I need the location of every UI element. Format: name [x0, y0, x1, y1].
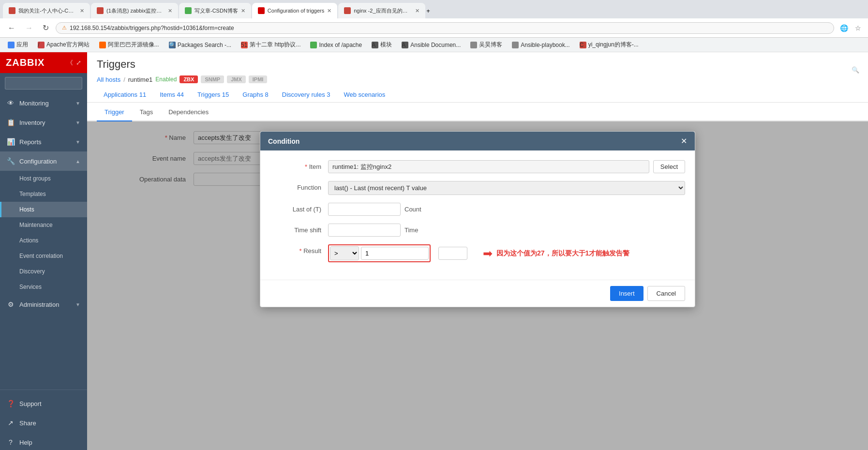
item-input[interactable] [328, 160, 649, 173]
browser-tab-1[interactable]: 我的关注-个人中心-CSDN ✕ [3, 3, 90, 18]
time-shift-input-row: Time [328, 224, 418, 237]
last-of-label: Last of (T) [270, 203, 328, 213]
result-extra-input[interactable] [438, 247, 467, 260]
bookmark-csdn2[interactable]: C yi_qingjun的博客-... [577, 40, 642, 50]
tab-label-2: (1条消息) zabbix监控流程_yi_qi... [106, 7, 165, 15]
nav-tab-items[interactable]: Items 44 [153, 87, 191, 102]
bookmark-module[interactable]: A 模块 [369, 40, 395, 50]
last-of-input[interactable] [328, 203, 401, 216]
tab-close-4[interactable]: ✕ [327, 8, 331, 14]
select-button[interactable]: Select [653, 160, 685, 173]
sidebar-item-configuration[interactable]: 🔧 Configuration ▲ [0, 151, 87, 171]
monitoring-label: Monitoring [19, 100, 71, 107]
tab-close-3[interactable]: ✕ [241, 8, 245, 14]
function-select[interactable]: last() - Last (most recent) T value avg(… [328, 181, 685, 195]
tab-close-1[interactable]: ✕ [80, 8, 84, 14]
bookmark-pkg[interactable]: 🔍 Packages Search -... [166, 41, 234, 49]
sub-tab-dependencies[interactable]: Dependencies [161, 104, 216, 121]
sidebar-item-inventory[interactable]: 📋 Inventory ▼ [0, 113, 87, 132]
sidebar-subitem-templates[interactable]: Templates [0, 186, 87, 202]
browser-tab-3[interactable]: 写义章-CSDN博客 ✕ [179, 3, 251, 18]
modal-header: Condition ✕ [260, 132, 695, 150]
breadcrumb-all-hosts[interactable]: All hosts [97, 76, 120, 83]
forward-button[interactable]: → [22, 22, 36, 34]
sidebar-item-support[interactable]: ❓ Support [0, 394, 87, 413]
sidebar-collapse-button[interactable]: 《 [67, 59, 73, 67]
tab-favicon-4 [258, 7, 265, 14]
inventory-icon: 📋 [7, 119, 15, 126]
tab-label-1: 我的关注-个人中心-CSDN [18, 7, 77, 15]
tab-close-2[interactable]: ✕ [168, 8, 172, 14]
time-shift-label: Time shift [270, 224, 328, 234]
tag-jmx: JMX [227, 75, 246, 83]
sub-tab-trigger[interactable]: Trigger [97, 104, 132, 121]
result-highlight-box: > >= < <= = <> [328, 244, 431, 262]
last-of-input-row: Count [328, 203, 421, 216]
reports-icon: 📊 [7, 138, 15, 146]
count-label: Count [404, 206, 421, 213]
bookmark-alibaba-label: 阿里巴巴开源镜像... [108, 41, 159, 49]
bookmarks-bar: 应用 / Apache官方网站 阿里巴巴开源镜像... 🔍 Packages S… [0, 38, 868, 52]
share-icon: ↗ [7, 419, 15, 427]
tab-close-5[interactable]: ✕ [415, 8, 419, 14]
tab-label-5: nginx -2_应而自见的博客-CSDN... [354, 7, 412, 15]
sidebar-subitem-services[interactable]: Services [0, 279, 87, 295]
sidebar-subitem-actions[interactable]: Actions [0, 233, 87, 248]
annotation-text: 因为这个值为27，所以要大于1才能触发告警 [496, 249, 629, 258]
sidebar-item-reports[interactable]: 📊 Reports ▼ [0, 132, 87, 151]
bookmark-apache-label: Apache官方网站 [46, 41, 90, 49]
reports-label: Reports [19, 138, 71, 146]
sidebar-search-input[interactable] [5, 77, 82, 90]
result-operator-select[interactable]: > >= < <= = <> [330, 246, 359, 260]
host-status-enabled: Enabled [155, 76, 177, 83]
cancel-button[interactable]: Cancel [647, 286, 685, 301]
sidebar-subitem-discovery[interactable]: Discovery [0, 264, 87, 279]
modal-close-button[interactable]: ✕ [681, 136, 687, 146]
hosts-label: Hosts [19, 206, 34, 213]
bookmark-apps[interactable]: 应用 [5, 40, 31, 50]
bookmark-alibaba[interactable]: 阿里巴巴开源镜像... [96, 40, 162, 50]
bookmark-playbook-icon [512, 42, 519, 48]
bookmark-csdn2-icon: C [580, 42, 586, 48]
bookmark-playbook[interactable]: Ansible-playbook... [509, 41, 572, 49]
time-shift-input[interactable] [328, 224, 401, 237]
new-tab-button[interactable]: + [426, 7, 430, 15]
translate-button[interactable]: 🌐 [838, 22, 850, 34]
tab-favicon-3 [185, 7, 192, 14]
tab-favicon-2 [97, 7, 104, 14]
sidebar-subitem-hosts[interactable]: Hosts [0, 202, 87, 217]
bookmark-blog-label: 吴昊博客 [479, 41, 502, 49]
bookmark-51[interactable]: 51 第十二章 http协议... [238, 40, 303, 50]
nav-tab-triggers[interactable]: Triggers 15 [191, 87, 236, 102]
security-warning-icon: ⚠ [62, 25, 67, 31]
sidebar-item-share[interactable]: ↗ Share [0, 413, 87, 433]
result-value-input[interactable] [361, 247, 429, 260]
back-button[interactable]: ← [5, 22, 18, 34]
sub-tab-tags[interactable]: Tags [132, 104, 161, 121]
sidebar-expand-button[interactable]: ⤢ [76, 59, 81, 67]
nav-tab-web-scenarios[interactable]: Web scenarios [337, 87, 392, 102]
main-content: Triggers All hosts / runtime1 Enabled ZB… [87, 52, 868, 450]
nav-tab-applications[interactable]: Applications 11 [97, 87, 153, 102]
sidebar-subitem-host-groups[interactable]: Host groups [0, 171, 87, 186]
address-bar[interactable]: ⚠ 192.168.50.154/zabbix/triggers.php?hos… [56, 22, 834, 34]
bookmark-button[interactable]: ☆ [853, 22, 863, 34]
bookmark-index[interactable]: Index of /apache [307, 41, 365, 49]
sidebar-subitem-maintenance[interactable]: Maintenance [0, 217, 87, 233]
nav-tab-discovery-rules[interactable]: Discovery rules 3 [275, 87, 337, 102]
bookmark-apache[interactable]: / Apache官方网站 [35, 40, 92, 50]
insert-button[interactable]: Insert [610, 286, 644, 301]
modal-row-time-shift: Time shift Time [270, 224, 685, 237]
browser-tab-5[interactable]: nginx -2_应而自见的博客-CSDN... ✕ [338, 3, 425, 18]
nav-tab-graphs[interactable]: Graphs 8 [236, 87, 275, 102]
condition-modal: Condition ✕ Item Select [260, 131, 695, 307]
browser-tab-2[interactable]: (1条消息) zabbix监控流程_yi_qi... ✕ [91, 3, 178, 18]
browser-tab-4[interactable]: Configuration of triggers ✕ [252, 3, 337, 18]
bookmark-blog[interactable]: 吴昊博客 [467, 40, 505, 50]
sidebar-item-monitoring[interactable]: 👁 Monitoring ▼ [0, 93, 87, 113]
sidebar-item-administration[interactable]: ⚙ Administration ▼ [0, 295, 87, 314]
refresh-button[interactable]: ↻ [40, 21, 52, 34]
sidebar-item-help[interactable]: ? Help [0, 433, 87, 450]
bookmark-ansible[interactable]: A Ansible Documen... [399, 41, 464, 49]
sidebar-subitem-event-correlation[interactable]: Event correlation [0, 248, 87, 264]
